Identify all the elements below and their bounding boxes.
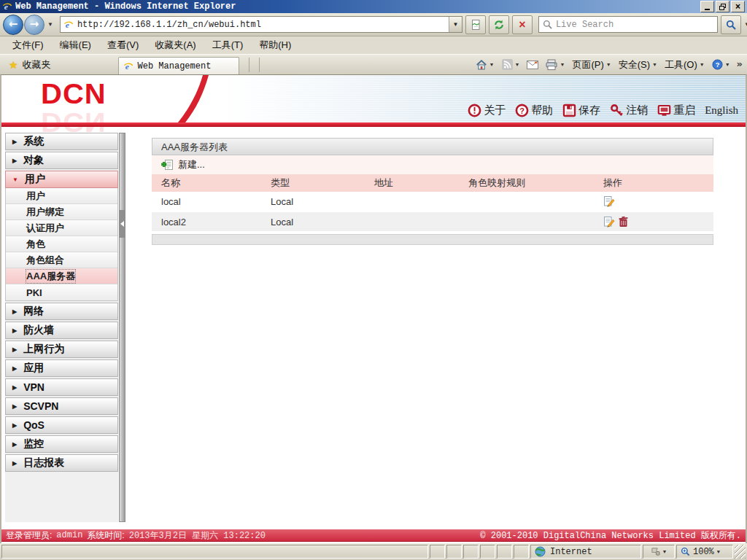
restart-monitor-icon xyxy=(657,104,671,117)
address-dropdown-button[interactable]: ▼ xyxy=(449,17,462,32)
safety-menu-button[interactable]: 安全(S) ▼ xyxy=(616,58,659,72)
sidebar-subitem-aaa-server[interactable]: AAA服务器 xyxy=(6,268,117,284)
aaa-server-table: 名称 类型 地址 角色映射规则 操作 local Local xyxy=(152,174,713,233)
sidebar-item-label: 防火墙 xyxy=(23,324,54,337)
cell-role-mapping xyxy=(459,211,594,232)
back-button[interactable]: ← xyxy=(3,15,23,35)
svg-text:?: ? xyxy=(519,106,525,115)
sidebar-item-vpn[interactable]: ▶ VPN xyxy=(5,378,118,396)
sidebar-subitem-role[interactable]: 角色 xyxy=(6,236,117,252)
help-circle-icon: ? xyxy=(515,104,529,117)
restore-button[interactable] xyxy=(716,1,729,12)
favorites-button[interactable]: ★ 收藏夹 xyxy=(0,58,58,71)
toolbar-overflow-icon[interactable]: » xyxy=(737,59,743,69)
chevron-right-icon: ▶ xyxy=(12,403,17,410)
search-go-button[interactable] xyxy=(721,15,741,34)
help-menu-button[interactable]: ? ▼ xyxy=(710,58,732,71)
about-icon xyxy=(468,104,481,117)
status-segment xyxy=(463,545,479,559)
chevron-right-icon: ▶ xyxy=(12,139,17,145)
sidebar-item-network[interactable]: ▶ 网络 xyxy=(5,303,118,320)
tools-menu-label: 工具(O) xyxy=(665,58,697,71)
app-header: DCN DCN 关于 ? 帮助 保存 注销 重启 xyxy=(1,75,746,122)
sidebar-item-web-behavior[interactable]: ▶ 上网行为 xyxy=(5,341,118,358)
sidebar-item-log-report[interactable]: ▶ 日志报表 xyxy=(5,454,118,472)
chevron-right-icon: ▶ xyxy=(12,422,17,429)
sidebar-item-label: 监控 xyxy=(23,438,44,451)
printer-icon xyxy=(546,59,557,71)
chevron-right-icon: ▶ xyxy=(12,460,17,467)
sidebar-item-object[interactable]: ▶ 对象 xyxy=(5,152,118,169)
menu-file[interactable]: 文件(F) xyxy=(4,37,52,53)
protected-mode-segment[interactable]: ▼ xyxy=(643,545,675,559)
menu-view[interactable]: 查看(V) xyxy=(99,37,147,53)
search-input[interactable]: Live Search xyxy=(538,16,718,33)
menu-tools[interactable]: 工具(T) xyxy=(204,37,252,53)
feeds-button[interactable]: ▼ xyxy=(500,58,522,71)
sidebar-item-application[interactable]: ▶ 应用 xyxy=(5,359,118,377)
stop-button[interactable]: × xyxy=(512,15,533,34)
status-segment xyxy=(446,545,462,559)
print-button[interactable]: ▼ xyxy=(543,58,567,71)
splitter-collapse-handle[interactable] xyxy=(120,210,125,238)
sidebar-subitem-user-binding[interactable]: 用户绑定 xyxy=(6,204,117,220)
recent-pages-dropdown[interactable]: ▼ xyxy=(44,21,56,28)
safety-menu-label: 安全(S) xyxy=(619,58,650,71)
compatibility-view-button[interactable] xyxy=(465,15,486,34)
page-menu-button[interactable]: 页面(P) ▼ xyxy=(570,58,613,72)
home-button[interactable]: ▼ xyxy=(473,58,497,71)
edit-icon[interactable] xyxy=(603,195,615,207)
forward-button[interactable]: → xyxy=(24,15,44,35)
menu-help[interactable]: 帮助(H) xyxy=(251,37,299,53)
close-button[interactable]: × xyxy=(731,1,745,12)
search-go-icon xyxy=(726,20,736,30)
sidebar-item-label: 网络 xyxy=(23,305,44,318)
sidebar-subitem-auth-user[interactable]: 认证用户 xyxy=(6,220,117,236)
delete-icon[interactable] xyxy=(618,216,629,228)
sidebar-subitem-role-group[interactable]: 角色组合 xyxy=(6,252,117,268)
minimize-icon xyxy=(705,9,710,10)
sidebar-splitter[interactable] xyxy=(119,133,125,522)
sidebar-item-user[interactable]: ▼ 用户 xyxy=(5,171,118,188)
zoom-control-segment[interactable]: 100% ▼ xyxy=(676,545,733,559)
read-mail-button[interactable] xyxy=(525,60,541,70)
sidebar-item-system[interactable]: ▶ 系统 xyxy=(5,133,118,150)
sidebar-user-submenu: 用户 用户绑定 认证用户 角色 角色组合 AAA服务器 PKI xyxy=(5,188,118,301)
tools-menu-button[interactable]: 工具(O) ▼ xyxy=(662,58,707,72)
sidebar-subitem-pki[interactable]: PKI xyxy=(6,284,117,300)
cell-address xyxy=(365,211,459,232)
address-bar[interactable]: e http://192.168.1.1/zh_cn/webui.html ▼ xyxy=(60,16,462,33)
compatibility-page-icon xyxy=(470,19,481,31)
menu-edit[interactable]: 编辑(E) xyxy=(52,37,99,53)
refresh-button[interactable] xyxy=(489,15,509,34)
minimize-button[interactable] xyxy=(700,1,714,12)
menu-favorites[interactable]: 收藏夹(A) xyxy=(147,37,204,53)
restart-label: 重启 xyxy=(673,104,695,117)
header-actions: 关于 ? 帮助 保存 注销 重启 English xyxy=(468,104,738,117)
about-button[interactable]: 关于 xyxy=(468,104,506,117)
search-options-dropdown[interactable]: ▼ xyxy=(741,21,747,28)
sidebar-item-monitor[interactable]: ▶ 监控 xyxy=(5,435,118,453)
resize-grip[interactable] xyxy=(735,545,746,559)
sidebar-item-qos[interactable]: ▶ QoS xyxy=(5,416,118,434)
logout-button[interactable]: 注销 xyxy=(610,104,648,117)
main-content: AAA服务器列表 新建... 名称 类型 地址 角色映射规则 操作 xyxy=(125,133,746,529)
help-button[interactable]: ? 帮助 xyxy=(515,104,553,117)
save-button[interactable]: 保存 xyxy=(562,104,600,117)
sidebar-subitem-user[interactable]: 用户 xyxy=(6,188,117,204)
sidebar-item-scvpn[interactable]: ▶ SCVPN xyxy=(5,397,118,415)
sidebar-item-label: VPN xyxy=(23,381,44,393)
mail-icon xyxy=(527,61,538,69)
restart-button[interactable]: 重启 xyxy=(657,104,695,117)
edit-icon[interactable] xyxy=(603,216,615,228)
save-floppy-icon xyxy=(562,104,576,117)
tab-title: Web Management xyxy=(138,61,212,71)
tab-web-management[interactable]: e Web Management xyxy=(118,57,239,74)
url-text: http://192.168.1.1/zh_cn/webui.html xyxy=(77,20,449,30)
language-link[interactable]: English xyxy=(705,104,738,117)
sidebar-item-firewall[interactable]: ▶ 防火墙 xyxy=(5,322,118,339)
table-row: local Local xyxy=(152,192,713,211)
new-button[interactable]: 新建... xyxy=(161,158,205,171)
status-message-segment xyxy=(1,545,428,559)
window-title: Web Management - Windows Internet Explor… xyxy=(15,1,700,12)
